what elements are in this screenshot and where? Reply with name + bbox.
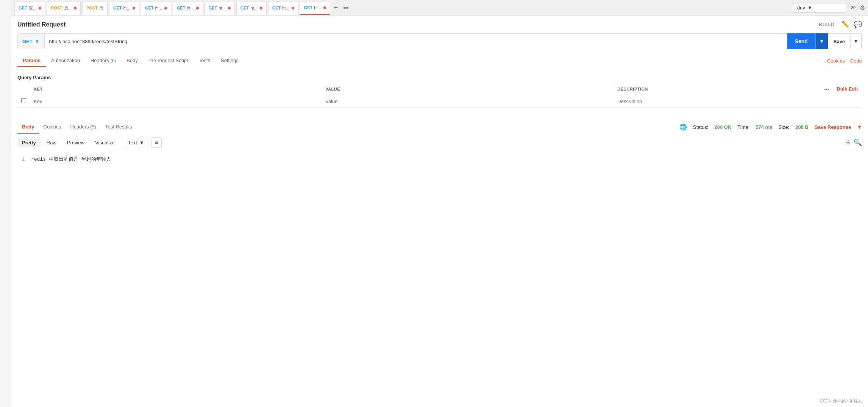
req-tab-pre-request[interactable]: Pre-request Script [143,55,194,67]
unsaved-dot [74,7,76,9]
req-tab-authorization[interactable]: Authorization [46,55,85,67]
resp-tab-badge: (5) [90,124,96,130]
code-link[interactable]: Code [850,58,862,64]
send-dropdown-button[interactable]: ▼ [815,33,828,49]
resp-tab-cookies[interactable]: Cookies [39,120,66,134]
value-column-header: VALUE [322,83,614,95]
eye-icon[interactable]: 👁 [850,5,856,11]
more-column-header: ••• [820,83,833,95]
environment-selector[interactable]: dev ▼ [793,3,846,13]
row-check[interactable] [17,95,30,108]
tab-url: ht... [250,6,257,10]
edit-icon[interactable]: ✏️ [841,20,850,29]
search-button[interactable]: 🔍 [854,138,862,147]
wrap-button[interactable]: ≡ [151,137,162,148]
query-params-section: Query Params KEY VALUE DESCRIPTION ••• B… [17,67,862,112]
request-title: Untitled Request [17,21,66,28]
save-response-button[interactable]: Save Response [815,124,851,130]
request-sub-tabs: ParamsAuthorizationHeaders (6)BodyPre-re… [17,55,862,67]
response-actions: ⎘ 🔍 [846,138,862,147]
time-label: Time: [737,124,749,130]
request-tab-tab10[interactable]: GETht... [300,1,330,15]
request-tab-tab7[interactable]: GETht... [205,1,235,15]
pretty-button[interactable]: Pretty [17,138,41,147]
raw-button[interactable]: Raw [42,138,61,147]
time-value: 574 ms [756,124,772,130]
footer-text: CSDN @早起的年轻人 [820,399,862,403]
tab-url: ht... [155,6,162,10]
save-button[interactable]: Save [828,33,851,49]
tab-url: ht... [314,5,321,10]
send-button[interactable]: Send [787,33,815,49]
tab-bar: GET查...POST后...POST后GETht...GETht...GETh… [11,0,868,16]
value-input[interactable] [325,99,610,104]
request-tab-tab8[interactable]: GETht... [236,1,267,15]
main-content: Untitled Request BUILD ✏️ 💬 GET ▼ Send ▼… [11,16,868,117]
resp-tab-body[interactable]: Body [17,120,39,134]
unsaved-dot [196,7,199,9]
request-tab-tab9[interactable]: GETht... [268,1,298,15]
method-label: GET [22,39,33,44]
row-more[interactable] [820,95,833,108]
add-tab-button[interactable]: + [333,2,340,13]
request-tab-tab4[interactable]: GETht... [109,1,139,15]
cookies-link[interactable]: Cookies [827,58,845,64]
tabs-container: GET查...POST后...POST后GETht...GETht...GETh… [14,1,331,15]
method-chevron-icon: ▼ [35,39,40,44]
unsaved-dot [260,7,262,9]
type-dropdown-label: Text [128,140,137,146]
response-text: redis 中取出的值是 早起的年轻人 [31,157,111,162]
size-value: 208 B [795,124,809,130]
save-response-chevron-icon[interactable]: ▼ [857,124,862,130]
tab-url: ht... [187,6,194,10]
tab-url: ht... [282,6,289,10]
env-label: dev [797,5,805,11]
type-chevron-icon: ▼ [139,140,144,146]
tab-url: 后 [99,5,103,11]
tab-method: GET [113,6,122,10]
req-tab-settings[interactable]: Settings [215,55,244,67]
more-options-button[interactable]: ••• [342,3,350,13]
request-tab-tab5[interactable]: GETht... [141,1,171,15]
description-cell[interactable] [614,95,820,108]
request-tab-tab1[interactable]: GET查... [14,1,45,15]
tab-url: 后... [64,5,72,11]
request-tab-tab2[interactable]: POST后... [47,1,81,15]
format-bar: Pretty Raw Preview Visualize Text ▼ ≡ ⎘ … [11,134,868,151]
request-tab-tab3[interactable]: POST后 [82,1,108,15]
unsaved-dot [292,7,294,9]
url-bar: GET ▼ Send ▼ Save ▼ [17,33,862,49]
response-lines: 1redis 中取出的值是 早起的年轻人 [17,156,862,164]
preview-button[interactable]: Preview [62,138,89,147]
type-dropdown[interactable]: Text ▼ [124,138,148,147]
params-table: KEY VALUE DESCRIPTION ••• Bulk Edit [17,83,862,108]
response-section: BodyCookiesHeaders (5)Test Results 🌐 Sta… [11,120,868,168]
req-tab-tests[interactable]: Tests [194,55,215,67]
description-input[interactable] [617,99,816,104]
comment-icon[interactable]: 💬 [854,20,862,29]
title-actions: BUILD ✏️ 💬 [819,20,862,29]
response-status: 🌐 Status: 200 OK Time: 574 ms Size: 208 … [679,124,862,131]
resp-tabs-container: BodyCookiesHeaders (5)Test Results [17,120,137,134]
request-tab-tab6[interactable]: GETht... [173,1,203,15]
key-input[interactable] [34,99,318,104]
query-params-title: Query Params [17,72,862,83]
tab-method: GET [304,5,313,10]
key-cell[interactable] [30,95,322,108]
req-tab-headers[interactable]: Headers (6) [85,55,121,67]
url-input[interactable] [45,34,787,49]
resp-tab-headers[interactable]: Headers (5) [66,120,101,134]
response-body: 1redis 中取出的值是 早起的年轻人 [11,151,868,168]
row-checkbox[interactable] [21,98,26,103]
value-cell[interactable] [322,95,614,108]
save-dropdown-button[interactable]: ▼ [851,33,862,49]
req-tab-params[interactable]: Params [17,55,46,67]
unsaved-dot [39,7,41,9]
resp-tab-test-results[interactable]: Test Results [101,120,137,134]
copy-button[interactable]: ⎘ [846,139,850,147]
req-tab-body[interactable]: Body [121,55,143,67]
visualize-button[interactable]: Visualize [91,138,119,147]
method-selector[interactable]: GET ▼ [18,34,45,49]
settings-icon[interactable]: ⚙ [860,4,865,11]
bulk-edit-button[interactable]: Bulk Edit [833,83,862,95]
